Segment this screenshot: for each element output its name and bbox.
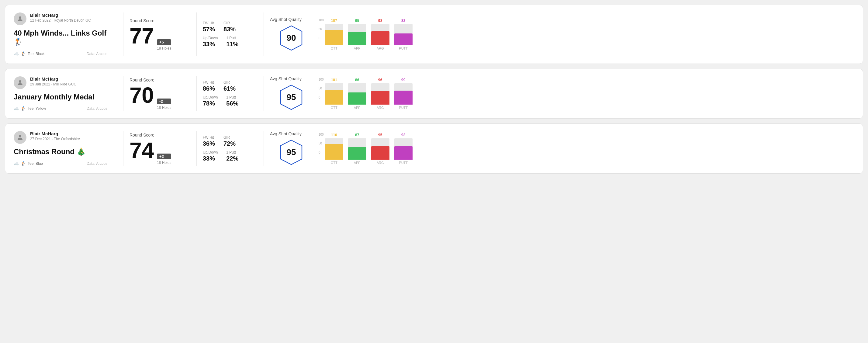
chart-bar-ott bbox=[325, 90, 343, 104]
gir-label: GIR bbox=[223, 135, 236, 139]
stat-gir: GIR 72% bbox=[223, 135, 236, 147]
chart-label-arg: ARG bbox=[377, 46, 384, 50]
score-section: Round Score 77 +5 18 Holes bbox=[129, 12, 190, 56]
cloud-icon: ☁️ bbox=[14, 161, 19, 166]
score-section: Round Score 74 +2 18 Holes bbox=[129, 131, 190, 166]
bar-chart: 101 OTT 86 APP bbox=[325, 78, 412, 110]
round-card: Blair McHarg 27 Dec 2021 · The Oxfordshi… bbox=[5, 123, 863, 174]
bag-icon: 🏌️ bbox=[21, 52, 26, 56]
round-title: Christmas Round 🎄 bbox=[14, 148, 107, 156]
stat-one-putt: 1 Putt 56% bbox=[226, 95, 238, 107]
fw-hit-value: 86% bbox=[203, 85, 215, 92]
fw-hit-value: 57% bbox=[203, 26, 215, 33]
chart-with-axis: 100 50 0 110 OTT 87 bbox=[319, 133, 854, 164]
chart-bar-area-putt bbox=[394, 83, 412, 104]
chart-section: 100 50 0 110 OTT 87 bbox=[313, 131, 854, 166]
up-down-label: Up/Down bbox=[203, 95, 218, 99]
stats-row-bottom: Up/Down 33% 1 Putt 22% bbox=[203, 150, 257, 162]
user-avatar-icon bbox=[17, 79, 24, 86]
chart-value-ott: 101 bbox=[331, 78, 337, 82]
gir-value: 72% bbox=[223, 140, 236, 147]
stats-row-top: FW Hit 86% GIR 61% bbox=[203, 80, 257, 92]
divider-mid bbox=[196, 12, 197, 56]
up-down-label: Up/Down bbox=[203, 150, 218, 154]
fw-hit-label: FW Hit bbox=[203, 21, 215, 25]
data-source: Data: Arccos bbox=[87, 106, 107, 111]
user-info: Blair McHarg 27 Dec 2021 · The Oxfordshi… bbox=[14, 131, 107, 144]
stat-up-down: Up/Down 78% bbox=[203, 95, 218, 107]
one-putt-value: 56% bbox=[226, 100, 238, 107]
stat-fw-hit: FW Hit 36% bbox=[203, 135, 215, 147]
tee-label: Tee: Yellow bbox=[28, 106, 46, 111]
avatar bbox=[14, 76, 26, 89]
chart-bar-area-putt bbox=[394, 24, 412, 45]
divider-right bbox=[264, 12, 264, 56]
user-avatar-icon bbox=[17, 15, 24, 23]
stats-row-bottom: Up/Down 33% 1 Putt 11% bbox=[203, 36, 257, 48]
chart-value-app: 95 bbox=[355, 19, 359, 23]
divider-right bbox=[264, 131, 264, 166]
chart-bar-putt bbox=[394, 91, 412, 104]
chart-col-putt: 82 PUTT bbox=[394, 19, 412, 50]
divider-right bbox=[264, 76, 264, 111]
score-number: 77 bbox=[129, 25, 154, 47]
chart-label-app: APP bbox=[354, 46, 361, 50]
tee-info: ☁️ 🏌️ Tee: Yellow bbox=[14, 106, 46, 111]
bag-icon: 🏌️ bbox=[21, 161, 26, 166]
chart-bar-area-app bbox=[348, 138, 366, 160]
score-diff: -2 bbox=[157, 98, 171, 104]
divider-mid bbox=[196, 131, 197, 166]
chart-y-axis: 100 50 0 bbox=[319, 19, 324, 40]
data-source: Data: Arccos bbox=[87, 161, 107, 166]
chart-value-putt: 93 bbox=[401, 133, 405, 137]
score-number: 74 bbox=[129, 139, 154, 161]
tee-info: ☁️ 🏌️ Tee: Blue bbox=[14, 161, 43, 166]
stat-fw-hit: FW Hit 86% bbox=[203, 80, 215, 92]
quality-score: 90 bbox=[286, 33, 296, 43]
chart-bar-area-ott bbox=[325, 83, 343, 104]
score-badge-group: -2 18 Holes bbox=[157, 98, 171, 110]
left-section: Blair McHarg 29 Jan 2022 · Mill Ride GCC… bbox=[14, 76, 117, 111]
score-badge-group: +2 18 Holes bbox=[157, 154, 171, 165]
gir-label: GIR bbox=[223, 80, 236, 85]
tee-label: Tee: Blue bbox=[28, 161, 43, 166]
bag-icon: 🏌️ bbox=[21, 106, 26, 111]
bar-chart: 107 OTT 95 APP bbox=[325, 19, 412, 50]
user-date-course: 12 Feb 2022 · Royal North Devon GC bbox=[30, 18, 91, 23]
chart-col-putt: 93 PUTT bbox=[394, 133, 412, 164]
user-avatar-icon bbox=[17, 134, 24, 141]
fw-hit-value: 36% bbox=[203, 140, 215, 147]
chart-bar-arg bbox=[371, 146, 390, 160]
score-diff: +5 bbox=[157, 39, 171, 45]
user-name: Blair McHarg bbox=[30, 131, 80, 136]
score-row: 77 +5 18 Holes bbox=[129, 25, 190, 51]
chart-label-putt: PUTT bbox=[399, 46, 408, 50]
holes-text: 18 Holes bbox=[157, 161, 171, 165]
quality-section: Avg Shot Quality 95 bbox=[270, 131, 313, 166]
chart-bar-area-app bbox=[348, 83, 366, 104]
quality-label: Avg Shot Quality bbox=[270, 17, 302, 22]
holes-text: 18 Holes bbox=[157, 105, 171, 110]
one-putt-value: 11% bbox=[226, 41, 238, 48]
chart-bar-area-ott bbox=[325, 138, 343, 160]
chart-value-ott: 107 bbox=[331, 19, 337, 23]
chart-bar-ott bbox=[325, 30, 343, 45]
left-section: Blair McHarg 27 Dec 2021 · The Oxfordshi… bbox=[14, 131, 117, 166]
chart-bar-area-arg bbox=[371, 83, 390, 104]
chart-col-ott: 107 OTT bbox=[325, 19, 343, 50]
stats-row-top: FW Hit 57% GIR 83% bbox=[203, 21, 257, 33]
gir-label: GIR bbox=[223, 21, 236, 25]
chart-label-ott: OTT bbox=[331, 46, 338, 50]
round-title: 40 Mph Winds... Links Golf 🏌️ bbox=[14, 29, 107, 46]
chart-col-app: 86 APP bbox=[348, 78, 366, 110]
chart-with-axis: 100 50 0 107 OTT 95 bbox=[319, 19, 854, 50]
bar-chart: 110 OTT 87 APP bbox=[325, 133, 412, 164]
score-section: Round Score 70 -2 18 Holes bbox=[129, 76, 190, 111]
up-down-label: Up/Down bbox=[203, 36, 218, 40]
chart-col-ott: 110 OTT bbox=[325, 133, 343, 164]
up-down-value: 78% bbox=[203, 100, 218, 107]
stat-gir: GIR 61% bbox=[223, 80, 236, 92]
user-info: Blair McHarg 12 Feb 2022 · Royal North D… bbox=[14, 12, 107, 25]
chart-col-arg: 96 ARG bbox=[371, 78, 390, 110]
quality-section: Avg Shot Quality 90 bbox=[270, 12, 313, 56]
